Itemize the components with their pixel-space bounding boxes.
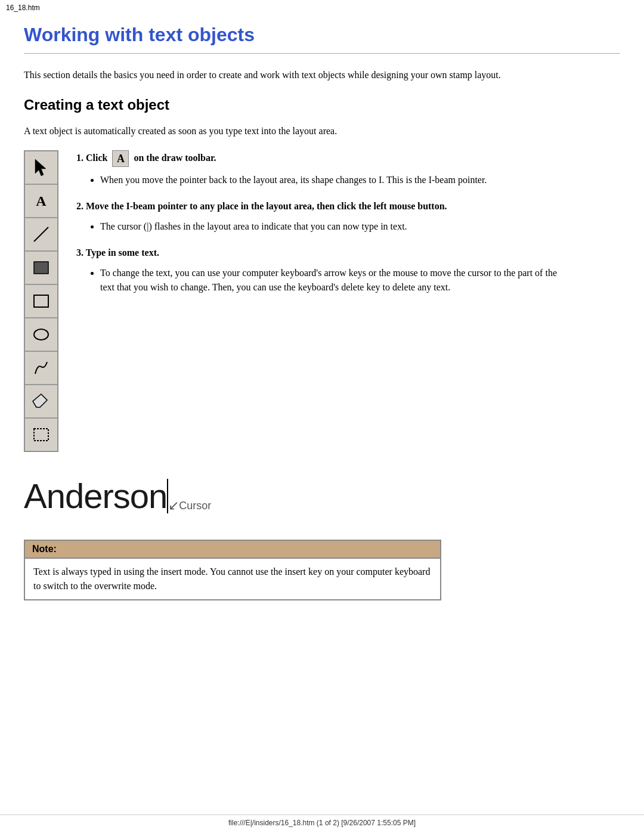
step-1-bullets: When you move the pointer back to the la… <box>76 173 565 187</box>
toolbar-ellipse-btn[interactable] <box>24 318 58 351</box>
svg-marker-0 <box>35 159 46 176</box>
svg-line-1 <box>34 227 48 241</box>
steps-area: 1. Click A on the draw toolbar. When you… <box>58 150 620 306</box>
step-3-bullets: To change the text, you can use your com… <box>76 266 565 295</box>
file-label: 16_18.htm <box>0 0 644 12</box>
toolbar-rect-filled-btn[interactable] <box>24 251 58 284</box>
svg-point-4 <box>34 329 48 340</box>
content-area: A <box>24 150 620 452</box>
step-2-bullets: The cursor (|) flashes in the layout are… <box>76 219 565 234</box>
toolbar-rect-outline-btn[interactable] <box>24 284 58 318</box>
anderson-demo: Anderson↙Cursor <box>24 470 620 522</box>
toolbar-eraser-btn[interactable] <box>24 385 58 418</box>
anderson-text: Anderson <box>24 476 167 516</box>
toolbar-arrow-btn[interactable] <box>24 151 58 184</box>
toolbar-text-btn[interactable]: A <box>24 184 58 218</box>
step-3-bullet-1: To change the text, you can use your com… <box>100 266 565 295</box>
cursor-arrow-icon: ↙ <box>168 498 179 513</box>
svg-rect-3 <box>34 295 48 307</box>
toolbar-line-btn[interactable] <box>24 218 58 251</box>
text-a-icon: A <box>36 193 46 209</box>
step-2-bullet-1: The cursor (|) flashes in the layout are… <box>100 219 565 234</box>
toolbar-freehand-btn[interactable] <box>24 351 58 385</box>
svg-rect-2 <box>34 262 48 274</box>
cursor-label: Cursor <box>179 500 211 512</box>
page-footer: file:///E|/insiders/16_18.htm (1 of 2) [… <box>0 815 644 827</box>
draw-toolbar: A <box>24 150 58 452</box>
auto-create-paragraph: A text object is automatically created a… <box>24 124 596 138</box>
step-1-heading: 1. Click A on the draw toolbar. <box>76 150 620 167</box>
toolbar-marquee-btn[interactable] <box>24 418 58 451</box>
svg-rect-6 <box>34 429 48 441</box>
svg-marker-5 <box>33 394 47 407</box>
step-3-heading: 3. Type in some text. <box>76 246 620 260</box>
note-body: Text is always typed in using the insert… <box>25 559 440 599</box>
step-3-block: 3. Type in some text. To change the text… <box>76 246 620 295</box>
step-1-bullet-1: When you move the pointer back to the la… <box>100 173 565 187</box>
title-divider <box>24 53 620 54</box>
step-1-a-icon: A <box>112 150 129 167</box>
step-1-block: 1. Click A on the draw toolbar. When you… <box>76 150 620 187</box>
step-2-heading: 2. Move the I-beam pointer to any place … <box>76 199 620 213</box>
note-box: Note: Text is always typed in using the … <box>24 540 441 600</box>
page-title: Working with text objects <box>24 18 620 53</box>
step-1-before: 1. Click <box>76 153 107 163</box>
step-2-block: 2. Move the I-beam pointer to any place … <box>76 199 620 234</box>
section-heading: Creating a text object <box>24 97 620 113</box>
intro-paragraph: This section details the basics you need… <box>24 68 596 82</box>
note-header: Note: <box>25 541 440 559</box>
step-1-after: on the draw toolbar. <box>134 153 216 163</box>
